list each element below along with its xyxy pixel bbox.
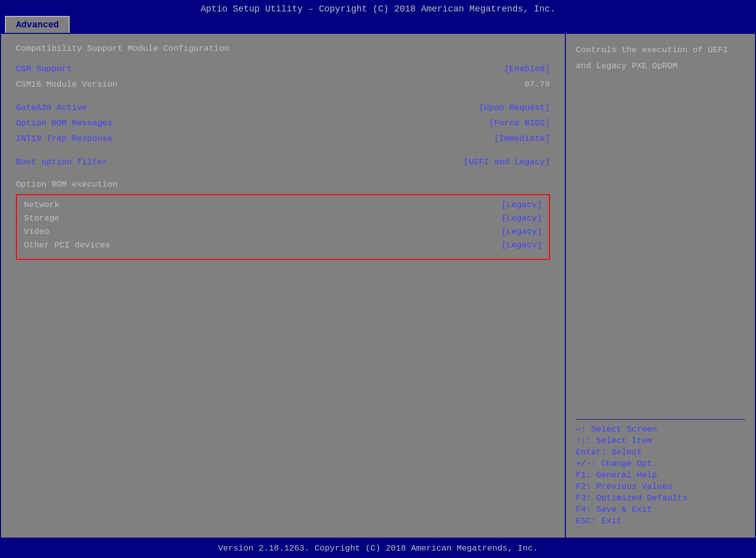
network-value: [Legacy]	[501, 200, 542, 210]
int19-row[interactable]: INT19 Trap Response [Immediate]	[16, 133, 550, 144]
other-pci-row[interactable]: Other PCI devices [Legacy]	[24, 240, 542, 250]
boot-filter-value: [UEFI and Legacy]	[464, 157, 550, 167]
csm16-label: CSM16 Module Version	[16, 80, 117, 89]
boot-filter-row[interactable]: Boot option filter [UEFI and Legacy]	[16, 156, 550, 168]
shortcuts-section: ↔: Select Screen ↑↓: Select Item Enter: …	[576, 425, 745, 528]
shortcut-select-screen: ↔: Select Screen	[576, 425, 745, 434]
shortcut-f2: F2: Previous Values	[576, 482, 745, 491]
shortcut-select-item: ↑↓: Select Item	[576, 436, 745, 446]
gatea20-value: [Upon Request]	[479, 103, 550, 112]
csm16-row: CSM16 Module Version 07.79	[16, 79, 550, 90]
tab-bar: Advanced	[0, 14, 756, 33]
shortcut-f1: F1: General Help	[576, 470, 745, 480]
title-text: Aptio Setup Utility – Copyright (C) 2018…	[201, 4, 555, 14]
network-label: Network	[24, 200, 59, 210]
network-row[interactable]: Network [Legacy]	[24, 200, 542, 210]
footer: Version 2.18.1263. Copyright (C) 2018 Am…	[0, 539, 756, 558]
csm-support-label: CSM Support	[16, 64, 72, 74]
video-value: [Legacy]	[501, 227, 542, 236]
option-rom-messages-label: Option ROM Messages	[16, 118, 112, 128]
video-row[interactable]: Video [Legacy]	[24, 227, 542, 236]
option-rom-execution-box: Network [Legacy] Storage [Legacy] Video …	[16, 194, 550, 260]
storage-value: [Legacy]	[501, 214, 542, 223]
shortcut-f4: F4: Save & Exit	[576, 505, 745, 514]
shortcut-esc: ESC: Exit	[576, 516, 745, 526]
option-rom-messages-value: [Force BIOS]	[489, 118, 550, 128]
other-pci-label: Other PCI devices	[24, 240, 110, 250]
gatea20-label: GateA20 Active	[16, 103, 87, 112]
boot-filter-label: Boot option filter	[16, 157, 108, 167]
main-content: Compatibility Support Module Configurati…	[0, 33, 756, 539]
help-line-1: Controls the execution of UEFI	[576, 44, 745, 57]
help-line-2: and Legacy PXE OpROM	[576, 60, 745, 73]
csm-support-row[interactable]: CSM Support [Enabled]	[16, 63, 550, 75]
help-text-container: Controls the execution of UEFI and Legac…	[576, 44, 745, 75]
csm-support-value: [Enabled]	[504, 64, 550, 74]
option-rom-messages-row[interactable]: Option ROM Messages [Force BIOS]	[16, 117, 550, 129]
footer-text: Version 2.18.1263. Copyright (C) 2018 Am…	[218, 544, 538, 553]
int19-value: [Immediate]	[494, 134, 550, 143]
storage-row[interactable]: Storage [Legacy]	[24, 214, 542, 223]
option-rom-heading: Option ROM execution	[16, 180, 550, 189]
storage-label: Storage	[24, 214, 59, 223]
shortcut-change-opt: +/-: Change Opt.	[576, 459, 745, 468]
right-panel: Controls the execution of UEFI and Legac…	[566, 34, 755, 538]
advanced-tab[interactable]: Advanced	[5, 16, 70, 33]
csm16-value: 07.79	[525, 80, 550, 89]
left-panel: Compatibility Support Module Configurati…	[1, 34, 566, 538]
shortcut-enter-select: Enter: Select	[576, 447, 745, 457]
right-panel-divider	[576, 419, 745, 420]
video-label: Video	[24, 227, 49, 236]
gatea20-row[interactable]: GateA20 Active [Upon Request]	[16, 102, 550, 113]
section-title: Compatibility Support Module Configurati…	[16, 44, 550, 53]
shortcut-f3: F3: Optimized Defaults	[576, 493, 745, 503]
other-pci-value: [Legacy]	[501, 240, 542, 250]
int19-label: INT19 Trap Response	[16, 134, 112, 143]
bios-screen: Aptio Setup Utility – Copyright (C) 2018…	[0, 0, 756, 558]
title-bar: Aptio Setup Utility – Copyright (C) 2018…	[0, 0, 756, 14]
